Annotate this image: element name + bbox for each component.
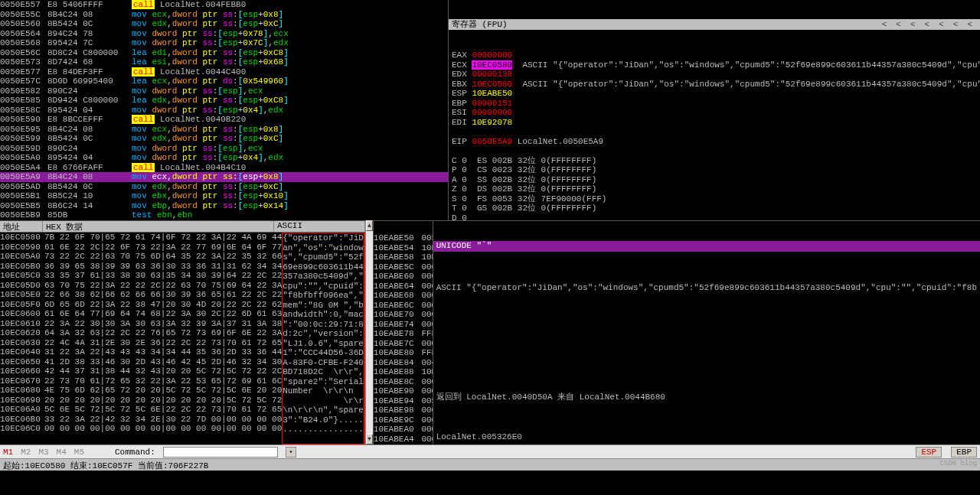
disasm-row[interactable]: 0050E5738D7424 68lea esi,dword ptr ss:[e… — [0, 57, 448, 67]
disasm-row[interactable]: 0050E5B18B5C24 10mov ebx,dword ptr ss:[e… — [0, 191, 448, 201]
m2-button[interactable]: M2 — [21, 448, 31, 457]
m4-button[interactable]: M4 — [57, 448, 67, 457]
dump-header: 地址 HEX 数据 ASCII — [0, 221, 365, 233]
stack-row[interactable]: 10EABE5C 00000138 — [374, 262, 433, 272]
scrollbar-vertical[interactable]: ▲ ▼ — [365, 220, 373, 445]
stack-row[interactable]: 10EABE88 10E84200 — [374, 367, 433, 377]
disasm-row[interactable]: 0050E5A4E8 6766FAFFcall LocalNet.004B4C1… — [0, 163, 448, 173]
dump-row[interactable]: 10EC0580 7B 22 6F 70|65 72 61 74|6F 72 2… — [0, 233, 282, 243]
disasm-row[interactable]: 0050E59D890C24mov dword ptr ss:[esp],ecx — [0, 144, 448, 154]
stack-row[interactable]: 10EABE64 00000000 — [374, 282, 433, 291]
disassembly-pane[interactable]: 0050E557E8 5406FFFFcall LocalNet.004FEBB… — [0, 0, 448, 220]
registers-pane[interactable]: 寄存器 (FPU) < < < < < < < EAX 00000000ECX … — [448, 0, 980, 220]
disasm-row[interactable]: 0050E5A98B4C24 08mov ecx,dword ptr ss:[e… — [0, 172, 448, 182]
scroll-up-icon[interactable]: ▲ — [366, 220, 373, 231]
disasm-row[interactable]: 0050E5B985DBtest ebn,ebn — [0, 210, 448, 220]
dropdown-icon[interactable]: ▾ — [286, 447, 296, 458]
chevron-left-icon[interactable]: < — [925, 20, 930, 30]
dump-row[interactable]: 10EC06B0 33 22 3A 22|42 32 34 2E|30 22 7… — [0, 415, 282, 425]
stack-row[interactable]: 10EABE68 00000000 — [374, 291, 433, 301]
disasm-row[interactable]: 0050E5AD8B5424 0Cmov edx,dword ptr ss:[e… — [0, 182, 448, 192]
dump-row[interactable]: 10EC0680 4E 75 6D 62|65 72 20 20|5C 72 5… — [0, 386, 282, 396]
chevron-left-icon[interactable]: < — [882, 20, 887, 30]
chevron-left-icon[interactable]: < — [896, 20, 901, 30]
disasm-row[interactable]: 0050E582890C24mov dword ptr ss:[esp],ecx — [0, 86, 448, 96]
ebp-button[interactable]: EBP — [951, 447, 977, 458]
disasm-row[interactable]: 0050E557E8 5406FFFFcall LocalNet.004FEBB… — [0, 0, 448, 10]
disasm-row[interactable]: 0050E5608B5424 0Cmov edx,dword ptr ss:[e… — [0, 19, 448, 29]
comments-pane[interactable]: UNICODE "`" ASCII "{"operator":"JiDan","… — [433, 220, 980, 445]
dump-row[interactable]: 10EC05C0 33 35 37 61|33 38 30 63|35 34 3… — [0, 271, 282, 281]
hex-dump-pane[interactable]: 地址 HEX 数据 ASCII 10EC0580 7B 22 6F 70|65 … — [0, 220, 365, 445]
stack-row[interactable]: 10EABE9C 0000020C — [374, 415, 433, 425]
registers-header: 寄存器 (FPU) < < < < < < < — [449, 19, 980, 30]
stack-row[interactable]: 10EABE6C 00000000 — [374, 301, 433, 311]
stack-row[interactable]: 10EABE8C 00000000 — [374, 377, 433, 387]
disasm-info: ss:[10EABE58]=10EC0580, (ASCII "{"operat… — [0, 220, 448, 221]
dump-row[interactable]: 10EC0670 22 73 70 61|72 65 32 22|3A 22 5… — [0, 376, 282, 386]
stack-row[interactable]: 10EABE7C 0000001F — [374, 339, 433, 349]
stack-row[interactable]: 10EABE84 0040D50A — [374, 358, 433, 368]
disasm-row[interactable]: 0050E58C895424 04mov dword ptr ss:[esp+0… — [0, 106, 448, 116]
stack-row[interactable]: 10EABEA0 00000008 — [374, 425, 433, 435]
dump-row[interactable]: 10EC05D0 63 70 75 22|3A 22 22 2C|22 63 7… — [0, 281, 282, 291]
comments-header: UNICODE "`" — [433, 241, 980, 252]
stack-row[interactable]: 10EABE70 00000040 — [374, 310, 433, 320]
dump-row[interactable]: 10EC0590 61 6E 22 2C|22 6F 73 22|3A 22 7… — [0, 243, 282, 252]
stack-row[interactable]: 10EABEA4 00000000 — [374, 435, 433, 445]
disasm-row[interactable]: 0050E5958B4C24 08mov ecx,dword ptr ss:[e… — [0, 125, 448, 135]
stack-row[interactable]: 10EABE54 10EC2420 — [374, 243, 433, 253]
dump-row[interactable]: 10EC05A0 73 22 2C 22|63 70 75 6D|64 35 2… — [0, 252, 282, 262]
dump-row[interactable]: 10EC06C0 00 00 00 00|00 00 00 00|00 00 0… — [0, 424, 282, 434]
disasm-row[interactable]: 0050E590E8 8BCCEFFFcall LocalNet.0040B22… — [0, 115, 448, 125]
disasm-row[interactable]: 0050E568895424 7Cmov dword ptr ss:[esp+0… — [0, 38, 448, 48]
stack-row[interactable]: 10EABE60 00000151 — [374, 272, 433, 282]
disasm-row[interactable]: 0050E56C8D8C24 C800000lea edi,dword ptr … — [0, 48, 448, 58]
chevron-left-icon[interactable]: < — [939, 20, 944, 30]
dump-row[interactable]: 10EC0640 31 22 3A 22|43 43 43 34|34 44 3… — [0, 347, 282, 357]
stack-row[interactable]: 10EABE78 FFFFFFFF — [374, 329, 433, 339]
disasm-row[interactable]: 0050E564894C24 78mov dword ptr ss:[esp+0… — [0, 29, 448, 39]
dump-row[interactable]: 10EC0610 22 3A 22 30|30 3A 30 63|3A 32 3… — [0, 319, 282, 329]
scroll-down-icon[interactable]: ▼ — [366, 434, 373, 445]
m1-button[interactable]: M1 — [3, 448, 13, 457]
dump-row[interactable]: 10EC0660 42 44 37 31|38 44 32 43|20 20 5… — [0, 366, 282, 376]
stack-row[interactable]: 10EABE80 FFFFFE1 — [374, 348, 433, 358]
disasm-row[interactable]: 0050E5858D9424 C800000lea edx,dword ptr … — [0, 96, 448, 106]
stack-pane[interactable]: 10EABE50 0054996010EABE54 10EC242010EABE… — [373, 220, 433, 445]
dump-row[interactable]: 10EC0690 20 20 20 20|20 20 20 20|20 20 2… — [0, 396, 282, 405]
dump-row[interactable]: 10EC0600 61 6E 64 77|69 64 74 68|22 3A 3… — [0, 309, 282, 319]
dump-row[interactable]: 10EC05F0 6D 65 6D 22|3A 22 38 47|20 30 4… — [0, 300, 282, 310]
stack-row[interactable]: 10EABE58 10EC0580 — [374, 252, 433, 262]
disasm-row[interactable]: 0050E5998B5424 0Cmov edx,dword ptr ss:[e… — [0, 134, 448, 144]
disasm-row[interactable]: 0050E577E8 84DEF3FFcall LocalNet.0044C40… — [0, 67, 448, 77]
disasm-row[interactable]: 0050E5B58B6C24 14mov ebp,dword ptr ss:[e… — [0, 201, 448, 211]
command-label: Command: — [115, 448, 155, 457]
dump-row[interactable]: 10EC05E0 22 66 38 62|66 62 66 66|30 39 3… — [0, 290, 282, 300]
dump-row[interactable]: 10EC05B0 36 39 65 38|39 39 63 36|30 33 3… — [0, 262, 282, 272]
command-input[interactable] — [163, 447, 278, 458]
dump-row[interactable]: 10EC06A0 5C 6E 5C 72|5C 72 5C 6E|22 2C 2… — [0, 405, 282, 415]
disasm-row[interactable]: 0050E57C8D0D 60995400lea ecx,dword ptr d… — [0, 77, 448, 86]
ascii-column: {"operator":"JiDan","os":"windows","cpum… — [282, 233, 365, 445]
stack-row[interactable]: 10EABE74 00000041 — [374, 320, 433, 330]
dump-row[interactable]: 10EC0620 64 3A 32 63|22 2C 22 76|65 72 7… — [0, 328, 282, 338]
stack-row[interactable]: 10EABE50 00549960 — [374, 233, 433, 243]
stack-row[interactable]: 10EABE94 005326E0 — [374, 396, 433, 406]
stack-row[interactable]: 10EABE98 00000000 — [374, 405, 433, 415]
esp-button[interactable]: ESP — [916, 447, 942, 458]
m5-button[interactable]: M5 — [74, 448, 84, 457]
disasm-row[interactable]: 0050E55C8B4C24 08mov ecx,dword ptr ss:[e… — [0, 10, 448, 20]
dump-row[interactable]: 10EC0630 22 4C 4A 31|2E 30 2E 36|22 2C 2… — [0, 338, 282, 348]
disasm-row[interactable]: 0050E5A0895424 04mov dword ptr ss:[esp+0… — [0, 153, 448, 163]
m3-button[interactable]: M3 — [38, 448, 48, 457]
stack-row[interactable]: 10EABE90 00000000 — [374, 386, 433, 396]
chevron-left-icon[interactable]: < — [953, 20, 959, 30]
dump-row[interactable]: 10EC0650 41 2D 38 33|46 30 2D 43|46 42 4… — [0, 357, 282, 367]
chevron-left-icon[interactable]: < — [967, 20, 972, 30]
chevron-left-icon[interactable]: < — [910, 20, 916, 30]
